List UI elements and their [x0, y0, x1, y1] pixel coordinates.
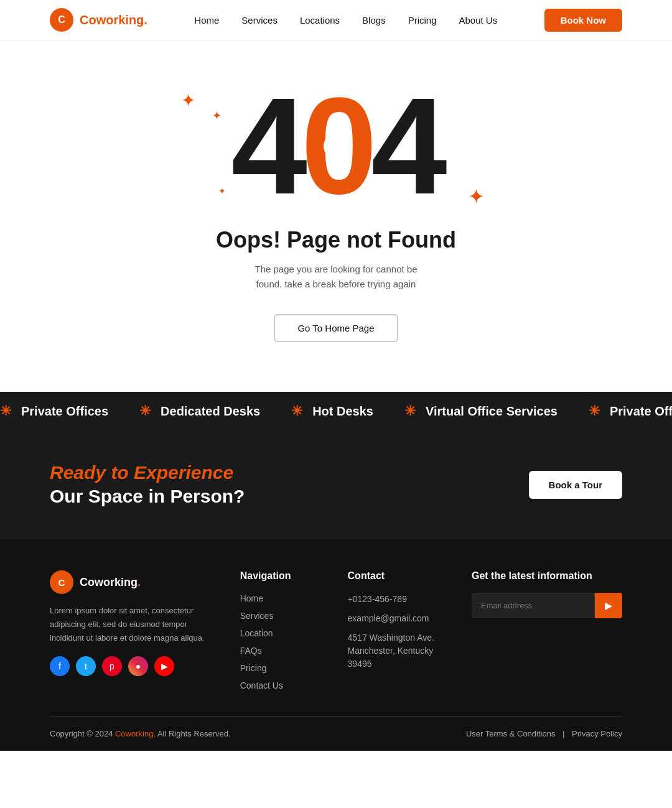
newsletter-submit-button[interactable]: ▶	[595, 593, 622, 618]
go-home-button[interactable]: Go To Home Page	[274, 314, 398, 342]
nav-services[interactable]: Services	[241, 15, 278, 26]
footer-nav-faqs[interactable]: FAQs	[240, 645, 323, 656]
cta-italic-text: Ready to Experience	[50, 462, 245, 484]
footer-description: Lorem ipsum dolor sit amet, consectetur …	[50, 604, 215, 645]
ticker-star-5: ✳	[589, 403, 600, 419]
pinterest-icon[interactable]: p	[102, 656, 122, 676]
hero-404-section: ✦ ✦ ✦ ✦ 4 0 4 Oops! Page not Found The p…	[0, 40, 672, 392]
ticker-item-5: ✳ Private Offices	[589, 403, 672, 419]
logo-text: Coworking.	[80, 13, 147, 27]
footer-contact-col: Contact +0123-456-789 example@gmail.com …	[348, 570, 447, 691]
nav-home[interactable]: Home	[194, 15, 219, 26]
nav-pricing[interactable]: Pricing	[408, 15, 437, 26]
footer-newsletter-col: Get the latest information ▶	[472, 570, 622, 691]
footer-legal-links: User Terms & Conditions | Privacy Policy	[466, 729, 622, 738]
footer-logo-icon: C	[50, 570, 73, 594]
logo-icon: C	[50, 8, 73, 32]
sparkle-icon-4: ✦	[468, 185, 485, 208]
footer: C Coworking. Lorem ipsum dolor sit amet,…	[0, 539, 672, 751]
footer-brand-col: C Coworking. Lorem ipsum dolor sit amet,…	[50, 570, 215, 691]
ticker-item-1: ✳ Private Offices	[0, 403, 108, 419]
footer-logo-text: Coworking.	[80, 576, 141, 589]
footer-phone: +0123-456-789	[348, 593, 447, 606]
logo[interactable]: C Coworking.	[50, 8, 147, 32]
footer-nav-col: Navigation Home Services Location FAQs P…	[240, 570, 323, 691]
sparkle-icon-2: ✦	[212, 109, 222, 123]
footer-newsletter-title: Get the latest information	[472, 570, 622, 582]
sparkle-icon-1: ✦	[181, 90, 195, 111]
oops-title: Oops! Page not Found	[216, 227, 456, 253]
facebook-icon[interactable]: f	[50, 656, 70, 676]
social-icons: f t p ● ▶	[50, 656, 215, 676]
sparkle-icon-3: ✦	[218, 186, 226, 196]
book-now-button[interactable]: Book Now	[544, 9, 622, 32]
cta-bold-text: Our Space in Person?	[50, 484, 245, 508]
footer-bottom: Copyright © 2024 Coworking. All Rights R…	[50, 717, 622, 751]
404-display: 4 0 4	[231, 78, 441, 215]
newsletter-form: ▶	[472, 593, 622, 618]
footer-contact-title: Contact	[348, 570, 447, 582]
footer-nav-links: Home Services Location FAQs Pricing Cont…	[240, 593, 323, 691]
ticker-star-1: ✳	[0, 403, 11, 419]
footer-email: example@gmail.com	[348, 612, 447, 625]
ticker-star-3: ✳	[291, 403, 302, 419]
ticker-item-2: ✳ Dedicated Desks	[139, 403, 260, 419]
footer-address: 4517 Washington Ave. Manchester, Kentuck…	[348, 631, 447, 671]
footer-grid: C Coworking. Lorem ipsum dolor sit amet,…	[50, 570, 622, 716]
ticker-bar: ✳ Private Offices ✳ Dedicated Desks ✳ Ho…	[0, 392, 672, 430]
footer-contact-info: +0123-456-789 example@gmail.com 4517 Was…	[348, 593, 447, 671]
main-nav: Home Services Locations Blogs Pricing Ab…	[194, 15, 497, 26]
footer-nav-location[interactable]: Location	[240, 628, 323, 639]
footer-copyright: Copyright © 2024 Coworking. All Rights R…	[50, 729, 231, 738]
oops-description: The page you are looking for cannot be f…	[254, 262, 417, 292]
ticker-inner: ✳ Private Offices ✳ Dedicated Desks ✳ Ho…	[0, 403, 672, 419]
newsletter-email-input[interactable]	[472, 593, 595, 618]
youtube-icon[interactable]: ▶	[154, 656, 174, 676]
instagram-icon[interactable]: ●	[128, 656, 148, 676]
digit-4-right: 4	[371, 78, 441, 215]
digit-0-mid: 0	[301, 78, 371, 215]
book-tour-button[interactable]: Book a Tour	[529, 471, 622, 499]
footer-nav-pricing[interactable]: Pricing	[240, 662, 323, 674]
ticker-item-3: ✳ Hot Desks	[291, 403, 373, 419]
footer-logo[interactable]: C Coworking.	[50, 570, 215, 594]
digit-4-left: 4	[231, 78, 301, 215]
footer-nav-services[interactable]: Services	[240, 610, 323, 621]
nav-blogs[interactable]: Blogs	[362, 15, 386, 26]
privacy-link[interactable]: Privacy Policy	[572, 729, 622, 738]
footer-nav-title: Navigation	[240, 570, 323, 582]
terms-link[interactable]: User Terms & Conditions	[466, 729, 556, 738]
footer-nav-home[interactable]: Home	[240, 593, 323, 604]
ticker-star-4: ✳	[404, 403, 416, 419]
nav-locations[interactable]: Locations	[300, 15, 340, 26]
ticker-item-4: ✳ Virtual Office Services	[404, 403, 558, 419]
twitter-icon[interactable]: t	[76, 656, 96, 676]
footer-brand-link[interactable]: Coworking	[115, 729, 153, 738]
nav-about[interactable]: About Us	[459, 15, 498, 26]
error-graphic: ✦ ✦ ✦ ✦ 4 0 4	[231, 78, 441, 215]
cta-text: Ready to Experience Our Space in Person?	[50, 462, 245, 508]
cta-section: Ready to Experience Our Space in Person?…	[0, 430, 672, 539]
ticker-star-2: ✳	[139, 403, 151, 419]
footer-nav-contact[interactable]: Contact Us	[240, 680, 323, 691]
